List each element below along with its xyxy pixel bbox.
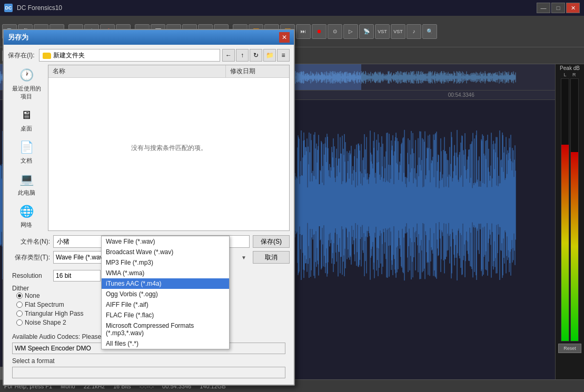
sidebar-network-label: 网络	[21, 221, 32, 229]
title-bar: DC DC Forensics10 — □ ✕	[0, 0, 584, 16]
sidebar-recent-label: 最近使用的项目	[12, 85, 41, 100]
filetype-select-arrow: ▼	[241, 255, 246, 260]
current-folder-box[interactable]: 新建文件夹	[39, 49, 220, 62]
thispc-icon: 💻	[18, 171, 35, 188]
dropdown-item-broadcast[interactable]: Broadcast Wave (*.wav)	[102, 247, 229, 257]
filetype-dropdown-menu[interactable]: Wave File (*.wav) Broadcast Wave (*.wav)…	[101, 236, 230, 349]
nav-refresh-button[interactable]: ↻	[250, 49, 262, 62]
peak-right-label: R	[572, 72, 576, 77]
right-meter	[570, 78, 579, 341]
window-controls: — □ ✕	[537, 3, 580, 13]
sidebar-item-recent[interactable]: 🕐 最近使用的项目	[9, 65, 43, 103]
filetype-label: 保存类型(T):	[8, 253, 50, 262]
current-folder-name: 新建文件夹	[53, 51, 85, 60]
time-marker-3: 00:54.3346	[369, 92, 553, 98]
left-meter-fill	[561, 145, 569, 341]
dither-flat-radio[interactable]	[16, 301, 23, 308]
dither-flat-label: Flat Spectrum	[25, 301, 64, 308]
sidebar-item-desktop[interactable]: 🖥 桌面	[9, 105, 43, 135]
sidebar-documents-label: 文档	[21, 157, 32, 165]
file-list-area[interactable]: 名称 修改日期 没有与搜索条件匹配的项。	[48, 65, 290, 231]
file-list-header: 名称 修改日期	[48, 65, 289, 78]
dither-noise-label: Noise Shape 2	[25, 319, 66, 326]
nav-up-button[interactable]: ↑	[236, 49, 249, 62]
dither-triangular-label: Triangular High Pass	[25, 310, 84, 317]
app-title: DC Forensics10	[17, 4, 62, 12]
recent-icon: 🕐	[18, 67, 35, 84]
dropdown-item-wma[interactable]: WMA (*.wma)	[102, 268, 229, 278]
format-label: Select a format	[12, 357, 285, 365]
left-meter	[561, 78, 569, 341]
loop-btn[interactable]: ⊙	[328, 24, 342, 39]
dither-noise-radio[interactable]	[16, 319, 23, 326]
reset-button[interactable]: Reset	[558, 344, 581, 353]
save-button[interactable]: 保存(S)	[253, 235, 290, 248]
dialog-titlebar: 另存为 ✕	[4, 30, 294, 45]
app-close-button[interactable]: ✕	[566, 3, 580, 13]
dialog-sidebar: 🕐 最近使用的项目 🖥 桌面 📄 文档 💻 此电脑 🌐 网络	[8, 65, 45, 231]
modified-column-header[interactable]: 修改日期	[226, 65, 289, 77]
peak-lr-labels: L R	[563, 72, 576, 77]
format-select[interactable]	[12, 367, 285, 378]
sidebar-thispc-label: 此电脑	[18, 189, 35, 197]
nav-back-button[interactable]: ←	[222, 49, 235, 62]
dropdown-item-ms-compressed[interactable]: Microsoft Compressed Formats (*.mp3,*.wa…	[102, 320, 229, 338]
dropdown-item-mp3[interactable]: MP3 File (*.mp3)	[102, 257, 229, 268]
minimize-button[interactable]: —	[537, 3, 550, 13]
sidebar-desktop-label: 桌面	[21, 125, 32, 133]
dropdown-item-flac[interactable]: FLAC File (*.flac)	[102, 310, 229, 320]
dither-label: Dither	[12, 285, 29, 292]
sidebar-item-documents[interactable]: 📄 文档	[9, 137, 43, 167]
dither-none-label: None	[25, 292, 40, 299]
empty-message: 没有与搜索条件匹配的项。	[131, 144, 207, 153]
vst-btn[interactable]: VST	[375, 24, 390, 39]
dropdown-item-all-files[interactable]: All files (*.*)	[102, 338, 229, 349]
dialog-close-button[interactable]: ✕	[279, 32, 290, 43]
format-select-wrapper	[12, 367, 285, 378]
dropdown-item-itunes[interactable]: iTunes AAC (*.m4a)	[102, 278, 229, 289]
dialog-title: 另存为	[8, 33, 28, 42]
nav-buttons: ← ↑ ↻ 📁 ≡	[222, 49, 290, 62]
peak-meter: Peak dB L R Reset	[555, 64, 584, 379]
end-btn[interactable]: ⏭	[296, 24, 311, 39]
nav-view-button[interactable]: ≡	[277, 49, 290, 62]
name-column-header[interactable]: 名称	[48, 65, 226, 77]
maximize-button[interactable]: □	[551, 3, 565, 13]
resolution-select-wrapper: 16 bit	[53, 270, 101, 282]
sidebar-item-network[interactable]: 🌐 网络	[9, 201, 43, 231]
dialog-main: 🕐 最近使用的项目 🖥 桌面 📄 文档 💻 此电脑 🌐 网络	[8, 65, 290, 231]
network-icon: 🌐	[18, 203, 35, 220]
filename-label: 文件名(N):	[8, 237, 50, 246]
resolution-label: Resolution	[12, 272, 49, 279]
dither-none-radio[interactable]	[16, 293, 23, 299]
cancel-button[interactable]: 取消	[253, 251, 290, 264]
nav-new-folder-button[interactable]: 📁	[263, 49, 276, 62]
documents-icon: 📄	[18, 139, 35, 156]
peak-left-label: L	[563, 72, 566, 77]
play2-btn[interactable]: ▷	[343, 24, 358, 39]
dialog-nav-bar: 保存在(I): 新建文件夹 ← ↑ ↻ 📁 ≡	[8, 49, 290, 62]
app-icon: DC	[4, 4, 13, 12]
sidebar-item-thispc[interactable]: 💻 此电脑	[9, 169, 43, 199]
dropdown-item-aiff[interactable]: AIFF File (*.aif)	[102, 299, 229, 310]
right-meter-fill	[571, 152, 578, 341]
dither-triangular-radio[interactable]	[16, 310, 23, 317]
meter-bars	[557, 78, 583, 341]
monitor-btn[interactable]: 📡	[359, 24, 374, 39]
save-in-label: 保存在(I):	[8, 51, 35, 60]
midi-btn[interactable]: ♪	[407, 24, 421, 39]
folder-icon	[43, 53, 51, 59]
peak-meter-title: Peak dB	[560, 65, 580, 71]
dropdown-item-wave[interactable]: Wave File (*.wav)	[102, 236, 229, 247]
vst2-btn[interactable]: VST	[391, 24, 405, 39]
dropdown-item-ogg[interactable]: Ogg Vorbis (*.ogg)	[102, 289, 229, 299]
desktop-icon: 🖥	[18, 107, 35, 124]
resolution-select[interactable]: 16 bit	[53, 270, 101, 282]
zoom-btn[interactable]: 🔍	[422, 24, 437, 39]
record2-btn[interactable]: ⏺	[312, 24, 326, 39]
